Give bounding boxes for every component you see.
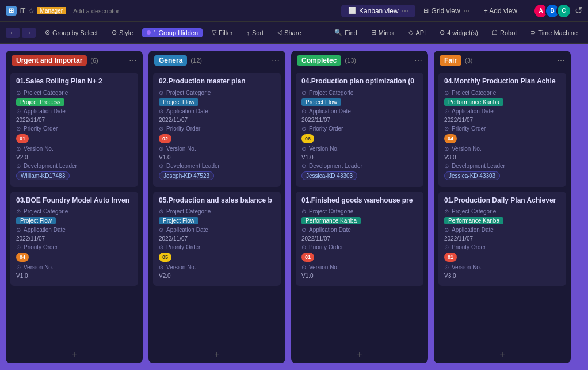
card-category-field: ⊙ Project Categorie xyxy=(159,208,275,215)
col-count-fair: (3) xyxy=(465,57,472,64)
col-menu-fair[interactable]: ⋯ xyxy=(557,56,565,65)
card-urgent-1[interactable]: 03.BOE Foundry Model Auto Inven ⊙ Projec… xyxy=(10,192,138,287)
card-completed-1[interactable]: 01.Finished goods warehouse pre ⊙ Projec… xyxy=(296,192,423,287)
group-hidden-badge[interactable]: 1 Group Hidden xyxy=(142,28,203,37)
mirror-button[interactable]: ⊟ Mirror xyxy=(366,27,400,38)
grid-icon: ⊞ xyxy=(423,7,429,14)
dev-icon: ⊙ xyxy=(159,163,163,169)
group-hidden-label: 1 Group Hidden xyxy=(153,29,198,36)
col-count-completed: (13) xyxy=(345,57,356,64)
descriptor[interactable]: Add a descriptor xyxy=(73,7,119,14)
card-version-value-field: V1.0 xyxy=(159,154,275,161)
card-priority-badge-field: 04 xyxy=(444,134,560,143)
robot-button[interactable]: ☖ Robot xyxy=(487,27,521,38)
card-category-tag-field: Performance Kanba xyxy=(444,217,560,224)
share-button[interactable]: ◁ Share xyxy=(273,27,306,38)
card-priority-field: ⊙ Priority Order xyxy=(444,244,560,250)
forward-button[interactable]: → xyxy=(22,28,36,38)
card-date-value-field: 2022/11/07 xyxy=(444,235,560,242)
date-icon: ⊙ xyxy=(444,227,449,233)
tab-kanban[interactable]: ⬜ Kanban view ⋯ xyxy=(341,5,415,17)
date-label: Application Date xyxy=(24,227,66,233)
priority-badge: 04 xyxy=(444,134,457,143)
card-urgent-0[interactable]: 01.Sales Rolling Plan N+ 2 ⊙ Project Cat… xyxy=(10,73,138,187)
col-header-urgent: Urgent and Importar (6) ⋯ xyxy=(6,51,143,70)
version-label: Version No. xyxy=(166,264,196,270)
time-machine-button[interactable]: ⊃ Time Machine xyxy=(526,27,582,38)
card-category-field: ⊙ Project Categorie xyxy=(16,208,132,215)
date-icon: ⊙ xyxy=(16,227,21,233)
find-button[interactable]: 🔍 Find xyxy=(330,27,361,38)
group-by-button[interactable]: ⊙ Group by Select xyxy=(40,27,102,38)
card-version-field: ⊙ Version No. xyxy=(301,146,418,152)
version-label: Version No. xyxy=(166,146,196,152)
col-count-general: (12) xyxy=(190,57,202,64)
priority-icon: ⊙ xyxy=(16,125,21,132)
dev-icon: ⊙ xyxy=(444,163,449,169)
style-button[interactable]: ⊙ Style xyxy=(107,27,138,38)
board-area: Urgent and Importar (6) ⋯ 01.Sales Rolli… xyxy=(0,44,588,370)
col-menu-general[interactable]: ⋯ xyxy=(272,56,280,65)
col-cards-completed: 04.Production plan optimization (0 ⊙ Pro… xyxy=(291,70,428,346)
find-label: Find xyxy=(345,29,357,36)
date-label: Application Date xyxy=(166,227,208,233)
group-by-icon: ⊙ xyxy=(45,29,50,36)
card-general-1[interactable]: 05.Production and sales balance b ⊙ Proj… xyxy=(153,192,281,287)
priority-badge: 01 xyxy=(444,253,457,262)
col-add-button-completed[interactable]: + xyxy=(291,346,428,363)
card-version-value-field: V3.0 xyxy=(444,154,560,161)
col-add-button-fair[interactable]: + xyxy=(434,346,571,363)
category-tag: Project Process xyxy=(16,98,64,106)
app-logo: ⊞ IT ☆ Manager xyxy=(6,6,66,16)
version-icon: ⊙ xyxy=(16,264,21,270)
col-add-button-general[interactable]: + xyxy=(148,346,285,363)
card-category-tag-field: Project Process xyxy=(16,98,132,106)
category-label: Project Categorie xyxy=(166,90,211,96)
card-priority-field: ⊙ Priority Order xyxy=(301,125,418,132)
sort-button[interactable]: ↕ Sort xyxy=(242,28,268,38)
filter-icon: ▽ xyxy=(212,29,216,36)
card-version-value-field: V1.0 xyxy=(301,273,418,279)
column-completed: Completec (13) ⋯ 04.Production plan opti… xyxy=(291,51,428,363)
card-priority-badge-field: 01 xyxy=(16,134,132,143)
card-category-field: ⊙ Project Categorie xyxy=(301,208,418,215)
nav-arrows: ← → xyxy=(6,28,36,38)
card-general-0[interactable]: 02.Production master plan ⊙ Project Cate… xyxy=(153,73,281,187)
filter-button[interactable]: ▽ Filter xyxy=(207,27,237,38)
col-menu-urgent[interactable]: ⋯ xyxy=(129,56,137,65)
col-menu-completed[interactable]: ⋯ xyxy=(414,56,422,65)
priority-label: Priority Order xyxy=(24,125,58,132)
card-version-value-field: V3.0 xyxy=(444,273,560,279)
version-value: V1.0 xyxy=(301,154,314,161)
card-dev-value-field: Jessica-KD 43303 xyxy=(444,171,560,180)
api-button[interactable]: ◇ API xyxy=(404,27,430,38)
card-date-value-field: 2022/11/07 xyxy=(301,117,418,123)
category-tag: Project Flow xyxy=(16,217,56,224)
category-icon: ⊙ xyxy=(444,208,449,215)
widgets-button[interactable]: ⊙ 4 widget(s) xyxy=(435,27,483,38)
card-completed-0[interactable]: 04.Production plan optimization (0 ⊙ Pro… xyxy=(296,73,423,187)
card-title: 02.Production master plan xyxy=(159,77,275,86)
refresh-icon[interactable]: ↺ xyxy=(575,5,582,16)
category-tag: Performance Kanba xyxy=(444,217,503,224)
col-add-button-urgent[interactable]: + xyxy=(6,346,143,363)
top-bar: ⊞ IT ☆ Manager Add a descriptor ⬜ Kanban… xyxy=(0,0,588,22)
date-value: 2022/11/07 xyxy=(16,235,45,242)
category-label: Project Categorie xyxy=(24,208,68,215)
dev-person-tag: Jessica-KD 43303 xyxy=(301,171,357,180)
card-priority-field: ⊙ Priority Order xyxy=(301,244,418,250)
card-dev-field: ⊙ Development Leader xyxy=(159,163,275,169)
toolbar: ← → ⊙ Group by Select ⊙ Style 1 Group Hi… xyxy=(0,22,588,44)
card-category-field: ⊙ Project Categorie xyxy=(444,208,560,215)
add-view-button[interactable]: + Add view xyxy=(478,5,523,17)
tab-grid[interactable]: ⊞ Grid view ⋯ xyxy=(417,5,477,17)
card-date-value-field: 2022/11/07 xyxy=(301,235,418,242)
card-fair-1[interactable]: 01.Production Daily Plan Achiever ⊙ Proj… xyxy=(438,192,566,287)
back-button[interactable]: ← xyxy=(6,28,20,38)
group-by-label: Group by Select xyxy=(52,29,98,36)
card-fair-0[interactable]: 04.Monthly Production Plan Achie ⊙ Proje… xyxy=(438,73,566,187)
version-icon: ⊙ xyxy=(301,264,306,270)
star-icon[interactable]: ☆ xyxy=(28,7,35,15)
card-date-value-field: 2022/11/07 xyxy=(159,235,275,242)
card-dev-value-field: Joseph-KD 47523 xyxy=(159,171,275,180)
